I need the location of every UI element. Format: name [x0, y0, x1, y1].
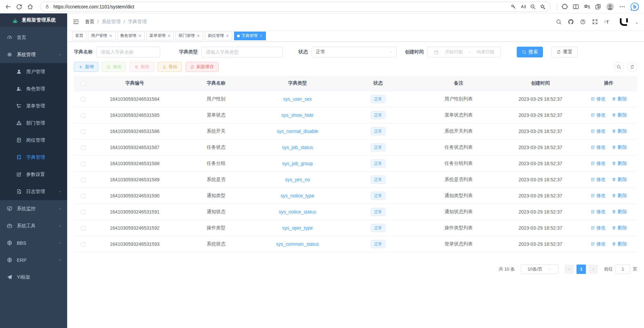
refresh-cache-button[interactable]: 刷新缓存	[185, 62, 219, 72]
edit-link[interactable]: 修改	[591, 96, 606, 102]
edit-link[interactable]: 修改	[591, 160, 606, 167]
sidebar-item[interactable]: ERP	[0, 251, 67, 269]
github-icon[interactable]	[568, 19, 574, 25]
edit-link[interactable]: 修改	[591, 177, 606, 183]
home-icon[interactable]	[27, 3, 34, 10]
edit-link[interactable]: 修改	[591, 112, 606, 118]
read-aloud-icon[interactable]	[520, 4, 526, 10]
sidebar-item[interactable]: 系统监控	[0, 200, 67, 217]
close-icon[interactable]	[226, 34, 229, 38]
delete-link[interactable]: 删除	[612, 96, 627, 102]
row-checkbox[interactable]	[81, 161, 86, 166]
dict-name-input[interactable]	[96, 47, 160, 57]
sidebar-item[interactable]: 系统工具	[0, 217, 67, 234]
delete-button[interactable]: 删除	[130, 62, 154, 72]
favorites-icon[interactable]	[584, 3, 590, 10]
delete-link[interactable]: 删除	[612, 128, 627, 134]
date-range-input[interactable]: 开始日期 - 结束日期	[427, 47, 501, 57]
close-icon[interactable]	[167, 34, 171, 38]
extensions-icon[interactable]	[561, 3, 568, 10]
split-screen-icon[interactable]	[572, 3, 579, 10]
sidebar-item[interactable]: 岗位管理	[0, 132, 67, 149]
edit-link[interactable]: 修改	[591, 241, 606, 247]
sidebar-item[interactable]: Yi框架	[0, 269, 67, 286]
search-icon[interactable]	[556, 19, 562, 25]
edit-link[interactable]: 修改	[591, 225, 606, 231]
delete-link[interactable]: 删除	[612, 193, 627, 199]
sidebar-item[interactable]: 首页	[0, 29, 67, 46]
text-size-icon[interactable]: TT	[604, 19, 610, 25]
tab[interactable]: 岗位管理	[205, 32, 232, 40]
edit-button[interactable]: 修改	[102, 62, 126, 72]
add-button[interactable]: 新增	[74, 62, 98, 72]
next-page-button[interactable]	[589, 265, 598, 274]
close-icon[interactable]	[196, 34, 200, 38]
dict-type-link[interactable]: sys_show_hide	[256, 107, 339, 123]
fullscreen-icon[interactable]	[592, 19, 598, 25]
row-checkbox[interactable]	[81, 210, 86, 215]
add-favorite-icon[interactable]	[540, 4, 546, 10]
sidebar-item[interactable]: 用户管理	[0, 63, 67, 80]
row-checkbox[interactable]	[81, 129, 86, 134]
row-checkbox[interactable]	[81, 242, 86, 247]
password-key-icon[interactable]	[510, 4, 516, 10]
chevron-down-icon[interactable]	[635, 21, 639, 25]
prev-page-button[interactable]	[564, 265, 574, 274]
tab[interactable]: 角色管理	[117, 32, 145, 40]
page-number-button[interactable]: 1	[577, 265, 586, 274]
delete-link[interactable]: 删除	[612, 241, 627, 247]
toggle-search-button[interactable]	[614, 62, 624, 72]
delete-link[interactable]: 删除	[612, 225, 627, 231]
reset-button[interactable]: 重置	[551, 47, 578, 57]
lock-icon[interactable]	[45, 4, 50, 9]
url-text[interactable]: https://ccnetcore.com:1101/system/dict	[53, 4, 507, 9]
export-button[interactable]: 导出	[157, 62, 182, 72]
close-icon[interactable]	[259, 34, 263, 38]
browser-menu-icon[interactable]	[619, 3, 626, 10]
sidebar-item[interactable]: 日志管理	[0, 183, 67, 200]
sidebar-item[interactable]: 角色管理	[0, 80, 67, 97]
dict-type-link[interactable]: sys_yes_no	[256, 172, 339, 188]
close-icon[interactable]	[138, 34, 142, 38]
dict-type-link[interactable]: sys_user_sex	[256, 91, 339, 107]
row-checkbox[interactable]	[81, 113, 86, 118]
edit-link[interactable]: 修改	[591, 193, 606, 199]
row-checkbox[interactable]	[81, 178, 86, 182]
close-icon[interactable]	[109, 34, 112, 38]
dict-type-link[interactable]: sys_notice_type	[256, 188, 339, 204]
dict-type-link[interactable]: sys_oper_type	[256, 220, 339, 236]
tab[interactable]: 用户管理	[88, 32, 116, 40]
refresh-table-button[interactable]	[627, 62, 637, 72]
dict-type-input[interactable]	[201, 47, 283, 57]
tab[interactable]: 首页	[72, 32, 86, 40]
dict-type-link[interactable]: sys_job_status	[256, 139, 339, 155]
status-select[interactable]: 正常	[312, 47, 397, 57]
edit-link[interactable]: 修改	[591, 209, 606, 215]
row-checkbox[interactable]	[81, 226, 86, 231]
zoom-out-icon[interactable]	[530, 4, 536, 10]
collections-icon[interactable]	[595, 3, 601, 10]
search-button[interactable]: 搜索	[517, 47, 543, 57]
sidebar-item[interactable]: 部门管理	[0, 114, 67, 132]
help-icon[interactable]	[580, 19, 586, 25]
edit-link[interactable]: 修改	[591, 144, 606, 150]
tab[interactable]: 字典管理	[234, 32, 266, 40]
reload-icon[interactable]	[16, 3, 22, 10]
tab[interactable]: 部门管理	[176, 32, 203, 40]
sidebar-item[interactable]: 参数设置	[0, 166, 67, 183]
edit-link[interactable]: 修改	[591, 128, 606, 134]
back-icon[interactable]	[5, 3, 11, 10]
delete-link[interactable]: 删除	[612, 160, 627, 167]
row-checkbox[interactable]	[81, 97, 86, 102]
dict-type-link[interactable]: sys_job_group	[256, 155, 339, 172]
select-all-checkbox[interactable]	[81, 81, 86, 86]
address-bar[interactable]: https://ccnetcore.com:1101/system/dict	[40, 2, 550, 12]
delete-link[interactable]: 删除	[612, 177, 627, 183]
breadcrumb-home[interactable]: 首页	[85, 19, 94, 25]
dict-type-link[interactable]: sys_normal_disable	[256, 123, 339, 139]
sidebar-item[interactable]: 字典管理	[0, 149, 67, 166]
goto-page-input[interactable]	[615, 265, 630, 274]
bing-chat-icon[interactable]: b	[630, 2, 639, 11]
sidebar-item[interactable]: 菜单管理	[0, 97, 67, 114]
delete-link[interactable]: 删除	[612, 209, 627, 215]
